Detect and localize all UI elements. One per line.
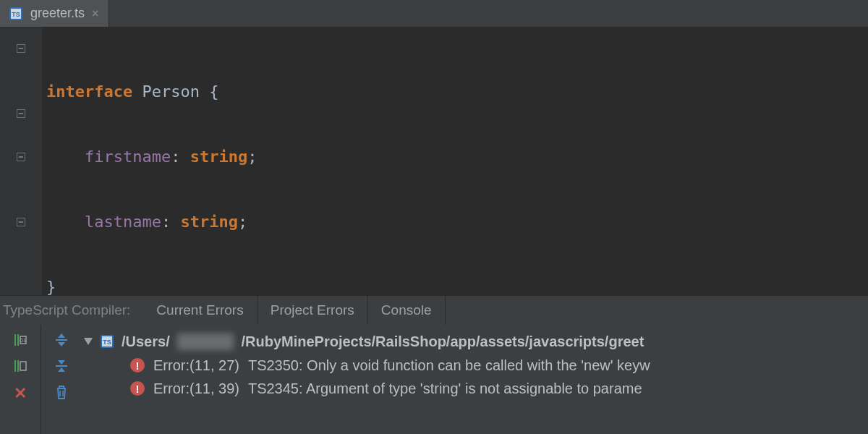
error-message: TS2350: Only a void function can be call… [248,357,650,374]
error-badge-icon: ! [130,381,145,396]
close-tab-icon[interactable]: × [92,7,98,20]
close-panel-icon[interactable]: ✕ [14,384,27,403]
tab-console[interactable]: Console [368,296,446,325]
fold-toggle-icon[interactable] [17,153,25,161]
svg-rect-5 [20,362,26,370]
tab-project-errors[interactable]: Project Errors [258,296,368,325]
svg-text:TS: TS [103,339,111,346]
code-line[interactable]: interface Person { [46,81,868,103]
file-path-suffix: /RubyMineProjects/RailsShop/app/assets/j… [241,333,644,350]
fold-toggle-icon[interactable] [17,109,25,118]
panel-toolbar-left: 01 ✕ [0,325,41,434]
error-file-row[interactable]: TS /Users/xxxxxx/RubyMineProjects/RailsS… [84,329,868,354]
tab-current-errors[interactable]: Current Errors [143,296,257,325]
code-line[interactable]: firstname: string; [46,146,868,168]
code-editor[interactable]: interface Person { firstname: string; la… [0,27,868,295]
panel-title: TypeScript Compiler: [0,296,143,325]
code-line[interactable]: lastname: string; [46,211,868,233]
expand-all-icon[interactable] [54,332,69,348]
svg-text:TS: TS [12,11,20,18]
code-line[interactable]: } [46,276,868,295]
collapse-all-icon[interactable] [54,358,69,374]
editor-tabbar: TS greeter.ts × [0,0,868,27]
file-path-prefix: /Users/ [122,333,170,350]
error-message: TS2345: Argument of type 'string' is not… [248,380,642,397]
error-item[interactable]: ! Error:(11, 39) TS2345: Argument of typ… [84,377,868,400]
editor-gutter[interactable] [0,27,42,295]
compile-all-icon[interactable] [12,358,28,374]
disclosure-triangle-icon[interactable] [84,338,93,345]
compile-icon[interactable]: 01 [12,332,28,348]
file-path-redacted: xxxxxx [177,333,234,350]
fold-toggle-icon[interactable] [17,44,25,53]
clear-icon[interactable] [54,384,69,400]
code-area[interactable]: interface Person { firstname: string; la… [42,27,868,295]
typescript-file-icon: TS [9,7,23,21]
fold-toggle-icon[interactable] [17,218,25,226]
svg-text:01: 01 [20,338,26,343]
editor-tab-greeter[interactable]: TS greeter.ts × [0,0,109,27]
compiler-panel: TypeScript Compiler: Current Errors Proj… [0,295,868,434]
compiler-panel-body: 01 ✕ TS /Users/xxxxxx/RubyMineProjects/R… [0,325,868,434]
error-item[interactable]: ! Error:(11, 27) TS2350: Only a void fun… [84,354,868,377]
typescript-file-icon: TS [100,334,114,349]
error-list[interactable]: TS /Users/xxxxxx/RubyMineProjects/RailsS… [81,325,868,434]
error-badge-icon: ! [130,358,145,373]
tab-filename: greeter.ts [30,6,85,21]
error-location: Error:(11, 27) [153,357,239,374]
panel-toolbar-right [41,325,81,434]
ide-root: TS greeter.ts × interface Person { first… [0,0,868,434]
error-location: Error:(11, 39) [153,380,239,397]
compiler-panel-tabs: TypeScript Compiler: Current Errors Proj… [0,296,868,325]
